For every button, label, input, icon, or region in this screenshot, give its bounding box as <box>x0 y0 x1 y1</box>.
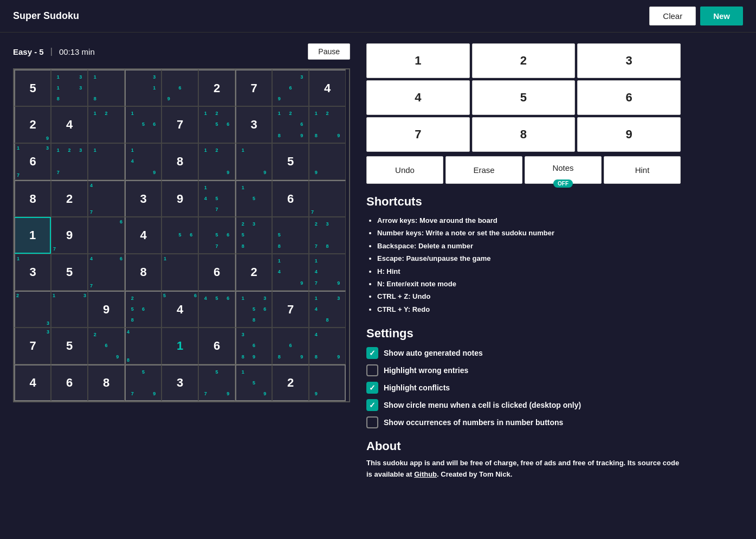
cell-4-5[interactable]: 9 <box>161 180 198 217</box>
cell-1-3[interactable]: 1 8 <box>88 69 125 106</box>
cell-6-3[interactable]: 4 7 6 <box>88 254 125 291</box>
cell-7-3[interactable]: 9 <box>88 291 125 328</box>
cell-7-2[interactable]: 1 3 <box>51 291 88 328</box>
cell-5-4[interactable]: 4 <box>125 217 161 254</box>
cell-4-4[interactable]: 3 <box>125 180 161 217</box>
cell-2-5[interactable]: 7 <box>161 106 198 143</box>
cell-6-2[interactable]: 5 <box>51 254 88 291</box>
cell-1-6[interactable]: 2 <box>198 69 235 106</box>
github-link[interactable]: Github <box>414 470 437 478</box>
cell-8-8[interactable]: 6 8 9 <box>272 328 309 364</box>
cell-2-2[interactable]: 4 <box>51 106 88 143</box>
cell-8-9[interactable]: 4 8 9 <box>309 328 346 364</box>
cell-5-1[interactable]: 1 <box>14 217 51 254</box>
cell-9-5[interactable]: 3 <box>161 364 198 401</box>
cell-4-1[interactable]: 8 <box>14 180 51 217</box>
cell-6-9[interactable]: 1 4 7 9 <box>309 254 346 291</box>
cell-2-1[interactable]: 2 9 <box>14 106 51 143</box>
cell-2-8[interactable]: 1 2 6 8 9 <box>272 106 309 143</box>
cell-3-9[interactable]: 9 <box>309 143 346 180</box>
cell-7-5[interactable]: 4 5 6 <box>161 291 198 328</box>
cell-6-1[interactable]: 3 1 <box>14 254 51 291</box>
cell-7-6[interactable]: 4 5 6 <box>198 291 235 328</box>
cell-4-9[interactable]: 7 <box>309 180 346 217</box>
cell-7-8[interactable]: 7 <box>272 291 309 328</box>
cell-7-1[interactable]: 2 3 <box>14 291 51 328</box>
cell-8-1[interactable]: 7 3 <box>14 328 51 364</box>
cell-2-7[interactable]: 3 <box>235 106 272 143</box>
cell-8-6[interactable]: 6 <box>198 328 235 364</box>
cell-4-7[interactable]: 1 5 <box>235 180 272 217</box>
cell-5-2[interactable]: 9 7 <box>51 217 88 254</box>
cell-1-7[interactable]: 7 <box>235 69 272 106</box>
notes-button[interactable]: Notes OFF <box>525 156 602 184</box>
cell-3-1[interactable]: 6 1 3 7 <box>14 143 51 180</box>
cell-4-3[interactable]: 4 7 <box>88 180 125 217</box>
cell-1-9[interactable]: 4 <box>309 69 346 106</box>
num-btn-7[interactable]: 7 <box>366 117 470 152</box>
cell-8-5[interactable]: 1 <box>161 328 198 364</box>
checkbox-wrong-entries[interactable] <box>366 364 378 376</box>
cell-5-3[interactable]: 6 <box>88 217 125 254</box>
cell-8-7[interactable]: 3 6 8 9 <box>235 328 272 364</box>
cell-4-2[interactable]: 2 <box>51 180 88 217</box>
erase-button[interactable]: Erase <box>445 156 522 184</box>
num-btn-9[interactable]: 9 <box>577 117 681 152</box>
cell-3-3[interactable]: 1 <box>88 143 125 180</box>
cell-9-8[interactable]: 2 <box>272 364 309 401</box>
checkbox-circle-menu[interactable] <box>366 399 378 411</box>
num-btn-6[interactable]: 6 <box>577 80 681 115</box>
cell-1-1[interactable]: 5 <box>14 69 51 106</box>
cell-9-2[interactable]: 6 <box>51 364 88 401</box>
cell-5-5[interactable]: 5 6 <box>161 217 198 254</box>
cell-6-6[interactable]: 6 <box>198 254 235 291</box>
cell-8-2[interactable]: 5 <box>51 328 88 364</box>
cell-1-5[interactable]: 6 9 <box>161 69 198 106</box>
cell-9-9[interactable]: 9 <box>309 364 346 401</box>
num-btn-3[interactable]: 3 <box>577 43 681 78</box>
cell-9-3[interactable]: 8 <box>88 364 125 401</box>
cell-3-6[interactable]: 1 2 9 <box>198 143 235 180</box>
cell-5-7[interactable]: 2 3 5 8 <box>235 217 272 254</box>
cell-2-9[interactable]: 1 2 8 9 <box>309 106 346 143</box>
cell-6-8[interactable]: 1 4 9 <box>272 254 309 291</box>
cell-7-7[interactable]: 1 3 5 6 8 <box>235 291 272 328</box>
cell-9-1[interactable]: 4 <box>14 364 51 401</box>
cell-5-8[interactable]: 5 8 <box>272 217 309 254</box>
cell-1-8[interactable]: 3 6 9 <box>272 69 309 106</box>
cell-3-4[interactable]: 1 4 9 <box>125 143 161 180</box>
num-btn-4[interactable]: 4 <box>366 80 470 115</box>
hint-button[interactable]: Hint <box>604 156 681 184</box>
num-btn-5[interactable]: 5 <box>472 80 576 115</box>
new-button[interactable]: New <box>700 7 743 25</box>
cell-9-7[interactable]: 1 5 9 <box>235 364 272 401</box>
cell-5-9[interactable]: 2 3 7 8 <box>309 217 346 254</box>
cell-1-2[interactable]: 1 3 1 3 8 <box>51 69 88 106</box>
cell-7-9[interactable]: 1 3 4 8 <box>309 291 346 328</box>
cell-7-4[interactable]: 2 5 6 8 <box>125 291 161 328</box>
cell-2-3[interactable]: 1 2 <box>88 106 125 143</box>
num-btn-2[interactable]: 2 <box>472 43 576 78</box>
clear-button[interactable]: Clear <box>649 7 696 25</box>
cell-2-4[interactable]: 1 5 6 <box>125 106 161 143</box>
num-btn-8[interactable]: 8 <box>472 117 576 152</box>
checkbox-occurrences[interactable] <box>366 416 378 428</box>
cell-6-7[interactable]: 2 <box>235 254 272 291</box>
cell-9-4[interactable]: 5 7 9 <box>125 364 161 401</box>
cell-6-5[interactable]: 1 <box>161 254 198 291</box>
cell-6-4[interactable]: 8 <box>125 254 161 291</box>
cell-3-2[interactable]: 1 2 3 7 <box>51 143 88 180</box>
cell-3-8[interactable]: 5 <box>272 143 309 180</box>
cell-2-6[interactable]: 1 2 5 6 <box>198 106 235 143</box>
cell-3-5[interactable]: 8 <box>161 143 198 180</box>
cell-1-4[interactable]: 3 1 <box>125 69 161 106</box>
cell-5-6[interactable]: 5 6 7 <box>198 217 235 254</box>
cell-4-8[interactable]: 6 <box>272 180 309 217</box>
checkbox-auto-notes[interactable] <box>366 347 378 359</box>
cell-4-6[interactable]: 1 4 5 7 <box>198 180 235 217</box>
pause-button[interactable]: Pause <box>308 43 350 60</box>
cell-9-6[interactable]: 5 7 9 <box>198 364 235 401</box>
checkbox-conflicts[interactable] <box>366 382 378 394</box>
undo-button[interactable]: Undo <box>366 156 443 184</box>
cell-8-3[interactable]: 2 6 9 <box>88 328 125 364</box>
